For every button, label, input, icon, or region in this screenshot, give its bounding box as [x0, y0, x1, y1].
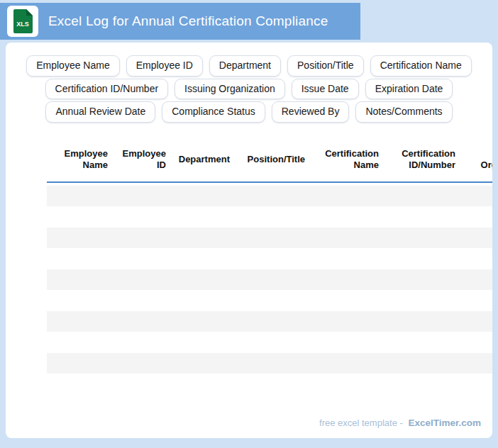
table-row — [47, 206, 492, 228]
table-body — [47, 186, 492, 395]
table-row — [47, 353, 492, 374]
column-header-certification-name: Certification Name — [309, 148, 383, 170]
table-row — [47, 290, 492, 311]
xls-icon: XLS — [7, 6, 38, 37]
footer: free excel template - ExcelTimer.com — [319, 418, 481, 428]
table-row — [47, 311, 492, 332]
table-row — [47, 332, 492, 353]
column-header-certification-id-number: Certification ID/Number — [383, 148, 460, 170]
svg-text:XLS: XLS — [16, 21, 29, 28]
table-header: Employee Name Employee ID Department Pos… — [47, 138, 492, 183]
chip-compliance-status[interactable]: Compliance Status — [162, 101, 265, 123]
chip-reviewed-by[interactable]: Reviewed By — [272, 101, 350, 123]
chip-position-title[interactable]: Position/Title — [287, 55, 364, 77]
column-header-issuing-organization: Issuing Organization — [460, 148, 492, 170]
table-row — [47, 269, 492, 291]
chip-employee-id[interactable]: Employee ID — [126, 55, 203, 77]
table-row — [47, 248, 492, 269]
chip-notes-comments[interactable]: Notes/Comments — [355, 101, 452, 123]
chip-row: Employee Name Employee ID Department Pos… — [6, 55, 492, 77]
column-header-department: Department — [170, 154, 234, 165]
chip-row: Certification ID/Number Issuing Organiza… — [6, 79, 492, 100]
chip-certification-name[interactable]: Certification Name — [370, 55, 472, 77]
chip-annual-review-date[interactable]: Annual Review Date — [45, 101, 155, 123]
column-header-employee-name: Employee Name — [47, 148, 112, 170]
field-chips: Employee Name Employee ID Department Pos… — [6, 43, 492, 123]
chip-issuing-organization[interactable]: Issuing Organization — [175, 79, 285, 100]
column-header-position-title: Position/Title — [234, 154, 309, 165]
chip-department[interactable]: Department — [209, 55, 281, 77]
chip-certification-id-number[interactable]: Certification ID/Number — [45, 79, 169, 100]
header: XLS Excel Log for Annual Certification C… — [0, 3, 360, 40]
page: XLS Excel Log for Annual Certification C… — [0, 0, 498, 448]
compliance-log-table: Employee Name Employee ID Department Pos… — [47, 138, 492, 395]
table-row — [47, 374, 492, 395]
chip-issue-date[interactable]: Issue Date — [292, 79, 359, 100]
footer-text: free excel template - — [319, 418, 403, 428]
table-row — [47, 228, 492, 249]
chip-expiration-date[interactable]: Expiration Date — [365, 79, 453, 100]
content-panel: Employee Name Employee ID Department Pos… — [6, 43, 492, 438]
page-title: Excel Log for Annual Certification Compl… — [48, 13, 328, 29]
chip-row: Annual Review Date Compliance Status Rev… — [6, 101, 492, 123]
chip-employee-name[interactable]: Employee Name — [26, 55, 120, 77]
column-header-employee-id: Employee ID — [112, 148, 170, 170]
table-row — [47, 186, 492, 207]
footer-brand-link[interactable]: ExcelTimer.com — [408, 418, 481, 428]
